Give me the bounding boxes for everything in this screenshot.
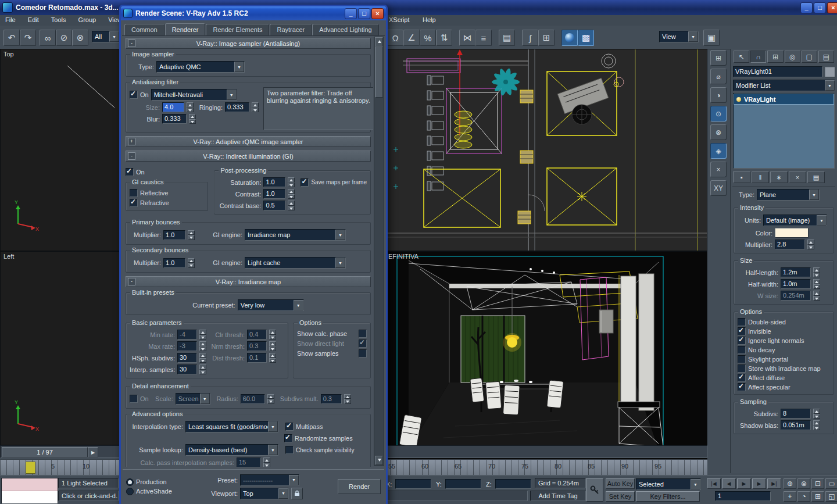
dialog-close-icon[interactable]: × bbox=[371, 8, 384, 19]
vtool-snap-center-icon[interactable]: ⊙ bbox=[710, 106, 727, 121]
next-frame-arrow-icon[interactable]: ▶ bbox=[88, 447, 98, 457]
redo-icon[interactable]: ↷ bbox=[20, 30, 36, 46]
pin-stack-icon[interactable]: ▪ bbox=[733, 171, 750, 183]
vtool-diamond-icon[interactable]: ◈ bbox=[710, 143, 727, 159]
sampler-type-dropdown[interactable]: Adaptive QMC bbox=[156, 61, 245, 73]
collapse-icon[interactable]: - bbox=[128, 278, 135, 285]
blur-spinner[interactable] bbox=[189, 114, 196, 124]
detail-on-checkbox[interactable] bbox=[130, 395, 138, 403]
vtool-close-icon[interactable]: × bbox=[710, 162, 727, 177]
vtool-cross-icon[interactable]: ⊗ bbox=[710, 124, 727, 140]
tab-hierarchy-icon[interactable]: ⊞ bbox=[767, 51, 783, 63]
layer-manager-icon[interactable]: ▤ bbox=[499, 30, 515, 46]
interp-samples-spinner[interactable] bbox=[199, 364, 206, 374]
x-coord-field[interactable] bbox=[395, 479, 431, 489]
saturation-spinner[interactable] bbox=[288, 177, 295, 187]
selection-filter-dropdown[interactable]: All bbox=[92, 31, 120, 42]
dialog-maximize-icon[interactable]: □ bbox=[358, 8, 370, 19]
go-to-end-icon[interactable]: ▶| bbox=[767, 478, 781, 489]
aa-on-checkbox[interactable] bbox=[130, 91, 138, 99]
secondary-multiplier-spinner[interactable] bbox=[188, 258, 195, 268]
schematic-view-icon[interactable]: ⊞ bbox=[538, 30, 555, 46]
viewport-top-label[interactable]: Top bbox=[3, 51, 14, 58]
invisible-checkbox[interactable] bbox=[738, 327, 746, 335]
add-time-tag[interactable]: Add Time Tag bbox=[530, 491, 586, 501]
half-length-field[interactable]: 1.2m bbox=[781, 267, 811, 277]
primary-engine-dropdown[interactable]: Irradiance map bbox=[245, 229, 346, 241]
set-key-button[interactable]: Set Key bbox=[606, 491, 635, 502]
next-frame-icon[interactable]: ▶ bbox=[752, 478, 766, 489]
check-visibility-checkbox[interactable] bbox=[285, 446, 294, 454]
material-editor-icon[interactable] bbox=[561, 30, 578, 46]
menu-help[interactable]: Help bbox=[417, 15, 441, 24]
y-coord-field[interactable] bbox=[445, 479, 481, 489]
tab-utilities-icon[interactable]: ▤ bbox=[818, 51, 834, 63]
viewport-lock-button[interactable] bbox=[291, 488, 303, 499]
z-coord-field[interactable] bbox=[495, 479, 531, 489]
render-button[interactable]: Render bbox=[338, 479, 381, 494]
reflective-checkbox[interactable] bbox=[130, 189, 138, 197]
subdivs-field[interactable]: 8 bbox=[781, 409, 811, 419]
contrast-spinner[interactable] bbox=[288, 189, 295, 199]
mirror-icon[interactable]: ⋈ bbox=[459, 30, 475, 46]
listener-macro-row[interactable] bbox=[2, 478, 58, 491]
go-to-start-icon[interactable]: |◀ bbox=[707, 478, 721, 489]
scroll-down-icon[interactable] bbox=[375, 456, 383, 465]
interp-type-dropdown[interactable]: Least squares fit (good/smooth bbox=[185, 421, 278, 432]
tab-display-icon[interactable]: ▢ bbox=[802, 51, 817, 63]
curve-editor-icon[interactable]: ∫ bbox=[522, 30, 538, 46]
gi-on-checkbox[interactable] bbox=[126, 168, 134, 176]
listener-script-row[interactable] bbox=[2, 491, 58, 503]
filter-size-spinner[interactable] bbox=[187, 102, 194, 112]
primary-multiplier-field[interactable]: 1.0 bbox=[163, 230, 185, 240]
remove-modifier-icon[interactable]: × bbox=[789, 171, 806, 183]
half-width-field[interactable]: 1.0m bbox=[781, 279, 811, 289]
tab-create-icon[interactable]: ↖ bbox=[734, 51, 749, 63]
vtool-contrast-icon[interactable]: ◑ bbox=[710, 87, 727, 103]
aa-filter-dropdown[interactable]: Mitchell-Netravali bbox=[151, 89, 237, 101]
region-zoom-icon[interactable]: ⊞ bbox=[811, 491, 824, 502]
store-irradiance-checkbox[interactable] bbox=[738, 364, 746, 373]
no-decay-checkbox[interactable] bbox=[738, 346, 746, 354]
contrast-base-field[interactable]: 0.5 bbox=[263, 201, 285, 210]
current-frame-field[interactable]: 1 bbox=[715, 491, 771, 501]
maximize-icon[interactable]: □ bbox=[814, 2, 826, 13]
units-dropdown[interactable]: Default (image) bbox=[763, 215, 827, 226]
saturation-field[interactable]: 1.0 bbox=[263, 177, 285, 187]
dialog-scrollbar[interactable] bbox=[374, 37, 384, 466]
collapse-icon[interactable]: - bbox=[128, 152, 135, 160]
dialog-minimize-icon[interactable]: _ bbox=[345, 8, 357, 19]
primary-multiplier-spinner[interactable] bbox=[188, 230, 195, 240]
arc-rotate-icon[interactable]: ◔ bbox=[797, 491, 810, 502]
percent-snap-icon[interactable]: % bbox=[420, 30, 436, 46]
scroll-up-icon[interactable] bbox=[375, 37, 383, 47]
modifier-stack[interactable]: VRayLight bbox=[733, 93, 835, 169]
pan-icon[interactable]: + bbox=[784, 491, 796, 502]
subdivs-spinner[interactable] bbox=[813, 409, 820, 419]
unlink-selection-icon[interactable]: ⊘ bbox=[56, 30, 72, 46]
expand-icon[interactable]: + bbox=[128, 138, 135, 145]
rollout-irradiance-map[interactable]: - V-Ray:: Irradiance map bbox=[126, 276, 371, 287]
multiplier-field[interactable]: 2.8 bbox=[775, 240, 805, 249]
render-setup-icon[interactable]: ▩ bbox=[578, 30, 594, 46]
menu-group[interactable]: Group bbox=[73, 15, 102, 24]
ringing-field[interactable]: 0.333 bbox=[225, 102, 249, 112]
tab-raytracer[interactable]: Raytracer bbox=[270, 24, 312, 35]
vtool-grid-icon[interactable]: ⊞ bbox=[710, 50, 727, 66]
affect-specular-checkbox[interactable] bbox=[738, 383, 746, 391]
menu-edit[interactable]: Edit bbox=[23, 15, 44, 24]
secondary-multiplier-field[interactable]: 1.0 bbox=[163, 258, 185, 268]
vtool-diameter-icon[interactable]: ⌀ bbox=[710, 69, 727, 84]
contrast-field[interactable]: 1.0 bbox=[263, 189, 285, 199]
viewport-camera-label[interactable]: EFINITIVA bbox=[388, 253, 419, 260]
multipass-checkbox[interactable] bbox=[285, 423, 294, 431]
multiplier-spinner[interactable] bbox=[807, 240, 814, 249]
half-width-spinner[interactable] bbox=[813, 279, 820, 289]
select-and-link-icon[interactable]: ∞ bbox=[40, 30, 56, 46]
menu-file[interactable]: File bbox=[0, 15, 21, 24]
menu-tools[interactable]: Tools bbox=[46, 15, 71, 24]
tab-common[interactable]: Common bbox=[124, 24, 164, 35]
tab-modify-icon[interactable]: ∩ bbox=[750, 51, 766, 63]
secondary-engine-dropdown[interactable]: Light cache bbox=[245, 257, 346, 269]
object-name-field[interactable]: VRayLight01 bbox=[733, 66, 822, 77]
